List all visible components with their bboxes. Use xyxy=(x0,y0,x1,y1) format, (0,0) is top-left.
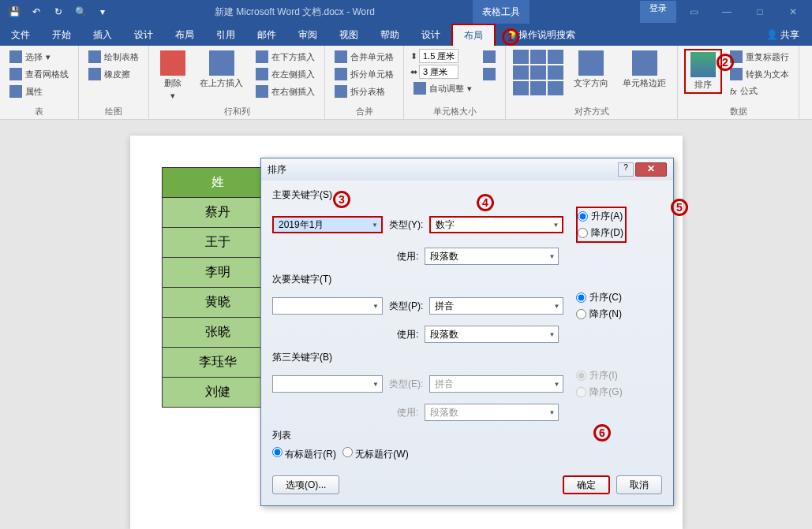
eraser-icon xyxy=(88,68,101,80)
dialog-close-icon[interactable]: ✕ xyxy=(635,162,667,177)
cell-margins-button[interactable]: 单元格边距 xyxy=(618,49,671,91)
split-table-icon xyxy=(335,85,347,98)
cancel-button[interactable]: 取消 xyxy=(616,475,662,494)
delete-button[interactable]: 删除▾ xyxy=(155,49,190,102)
tab-mail[interactable]: 邮件 xyxy=(246,24,287,46)
qat-more-icon[interactable]: ▾ xyxy=(93,2,112,21)
secondary-type-select[interactable]: 拼音 xyxy=(429,297,563,315)
draw-table-button[interactable]: 绘制表格 xyxy=(85,49,142,65)
save-icon[interactable]: 💾 xyxy=(5,2,24,21)
merge-cells-button[interactable]: 合并单元格 xyxy=(331,49,397,65)
tab-view[interactable]: 视图 xyxy=(328,24,369,46)
formula-button[interactable]: fx 公式 xyxy=(727,84,792,99)
autofit-button[interactable]: 自动调整 ▾ xyxy=(410,80,475,96)
row-height-input[interactable]: ⬍ xyxy=(410,49,475,63)
align-mr-icon[interactable] xyxy=(548,65,563,80)
tab-table-design[interactable]: 设计 xyxy=(410,24,451,46)
tab-home[interactable]: 开始 xyxy=(41,24,82,46)
align-bl-icon[interactable] xyxy=(513,81,529,95)
undo-icon[interactable]: ↶ xyxy=(27,2,46,21)
secondary-key-label: 次要关键字(T) xyxy=(272,273,662,286)
marker-3: 3 xyxy=(333,191,350,208)
sort-dialog: 排序 ? ✕ 主要关键字(S) 2019年1月 类型(Y): 数字 升序(A) … xyxy=(260,158,674,506)
insert-above-icon xyxy=(209,50,234,76)
align-mc-icon[interactable] xyxy=(530,65,546,80)
tab-file[interactable]: 文件 xyxy=(0,24,41,46)
third-key-select[interactable] xyxy=(272,375,383,393)
merge-icon xyxy=(335,50,347,63)
insert-above-button[interactable]: 在上方插入 xyxy=(195,49,248,91)
align-br-icon[interactable] xyxy=(548,81,563,95)
options-button[interactable]: 选项(O)... xyxy=(272,475,339,494)
sort-button[interactable]: 排序 xyxy=(684,49,722,94)
properties-button[interactable]: 属性 xyxy=(6,84,72,99)
cell-margins-icon xyxy=(632,50,657,76)
tab-review[interactable]: 审阅 xyxy=(287,24,328,46)
insert-left-icon xyxy=(256,68,268,80)
distribute-cols-button[interactable] xyxy=(480,66,499,82)
distribute-rows-button[interactable] xyxy=(480,49,499,65)
group-cellsize: 单元格大小 xyxy=(410,104,499,117)
third-using-select: 段落数 xyxy=(425,404,559,421)
select-button[interactable]: 选择 ▾ xyxy=(6,49,72,65)
eraser-button[interactable]: 橡皮擦 xyxy=(85,66,142,82)
dist-rows-icon xyxy=(483,50,496,63)
delete-icon xyxy=(160,50,185,76)
to-text-button[interactable]: 转换为文本 xyxy=(727,66,792,82)
tab-design[interactable]: 设计 xyxy=(123,24,164,46)
tab-table-layout[interactable]: 布局 xyxy=(451,24,496,46)
secondary-asc-radio[interactable]: 升序(C) xyxy=(576,291,622,304)
primary-key-select[interactable]: 2019年1月 xyxy=(272,216,383,233)
primary-using-select[interactable]: 段落数 xyxy=(425,248,559,265)
third-desc-radio: 降序(G) xyxy=(576,386,622,399)
insert-below-button[interactable]: 在下方插入 xyxy=(253,49,318,65)
sort-icon xyxy=(690,52,716,77)
has-header-radio[interactable]: 有标题行(R) xyxy=(272,447,336,461)
text-direction-button[interactable]: 文字方向 xyxy=(569,49,613,91)
primary-desc-radio[interactable]: 降序(D) xyxy=(578,226,623,240)
no-header-radio[interactable]: 无标题行(W) xyxy=(342,447,409,461)
primary-type-select[interactable]: 数字 xyxy=(429,216,563,233)
insert-right-button[interactable]: 在右侧插入 xyxy=(253,84,318,99)
table-cell: 蔡丹 xyxy=(162,198,274,228)
primary-asc-radio[interactable]: 升序(A) xyxy=(578,210,623,223)
window-title: 新建 Microsoft Word 文档.docx - Word xyxy=(117,6,473,19)
ok-button[interactable]: 确定 xyxy=(563,475,610,494)
grid-icon xyxy=(9,68,22,80)
tab-insert[interactable]: 插入 xyxy=(82,24,123,46)
preview-icon[interactable]: 🔍 xyxy=(71,2,90,21)
redo-icon[interactable]: ↻ xyxy=(49,2,68,21)
tab-help[interactable]: 帮助 xyxy=(369,24,410,46)
dialog-help-icon[interactable]: ? xyxy=(618,162,634,177)
third-type-select: 拼音 xyxy=(429,375,563,393)
view-gridlines-button[interactable]: 查看网格线 xyxy=(6,66,72,82)
table-header: 姓 xyxy=(162,168,274,198)
align-tc-icon[interactable] xyxy=(530,50,546,64)
marker-5: 5 xyxy=(671,199,688,216)
ribbon-display-icon[interactable]: ▭ xyxy=(678,1,709,23)
split-cells-button[interactable]: 拆分单元格 xyxy=(331,66,397,82)
login-button[interactable]: 登录 xyxy=(640,1,676,23)
align-tr-icon[interactable] xyxy=(548,50,563,64)
split-table-button[interactable]: 拆分表格 xyxy=(331,84,397,99)
secondary-key-select[interactable] xyxy=(272,297,383,315)
close-icon[interactable]: ✕ xyxy=(777,1,809,23)
secondary-desc-radio[interactable]: 降序(N) xyxy=(576,307,622,321)
align-bc-icon[interactable] xyxy=(530,81,546,95)
align-ml-icon[interactable] xyxy=(513,65,529,80)
third-asc-radio: 升序(I) xyxy=(576,369,622,382)
minimize-icon[interactable]: — xyxy=(711,1,743,23)
marker-2: 2 xyxy=(717,54,734,71)
tab-layout[interactable]: 布局 xyxy=(164,24,205,46)
tab-references[interactable]: 引用 xyxy=(205,24,246,46)
align-tl-icon[interactable] xyxy=(513,50,529,64)
insert-left-button[interactable]: 在左侧插入 xyxy=(253,66,318,82)
col-width-input[interactable]: ⬌ xyxy=(410,65,475,79)
repeat-header-button[interactable]: 重复标题行 xyxy=(727,49,792,65)
primary-key-label: 主要关键字(S) xyxy=(272,188,662,202)
marker-4: 4 xyxy=(477,194,494,211)
share-button[interactable]: 👤 共享 xyxy=(754,28,812,42)
split-cells-icon xyxy=(335,68,347,80)
secondary-using-select[interactable]: 段落数 xyxy=(425,326,559,343)
maximize-icon[interactable]: □ xyxy=(744,1,776,23)
